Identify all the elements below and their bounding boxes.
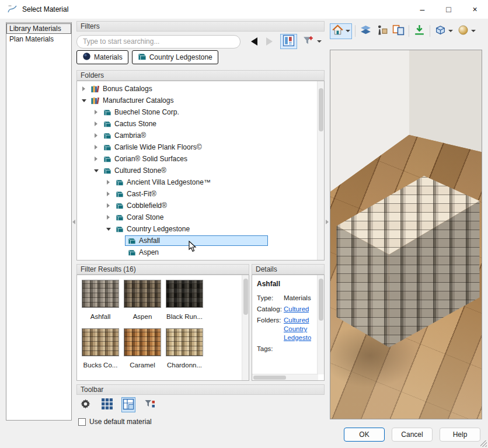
- filter-results-header: Filter Results (16): [76, 264, 249, 275]
- tree-scrollbar[interactable]: [317, 81, 324, 260]
- tree-row[interactable]: Cultured Stone®: [77, 165, 324, 176]
- help-button[interactable]: Help: [440, 428, 480, 442]
- sidebar-item-plan-materials[interactable]: Plan Materials: [6, 34, 71, 44]
- tree-row[interactable]: Aspen: [77, 246, 324, 258]
- tree-expand-icon[interactable]: [104, 215, 113, 220]
- tree-row[interactable]: Cambria®: [77, 130, 324, 141]
- tree-expand-icon[interactable]: [79, 99, 88, 102]
- tree-row[interactable]: Carlisle Wide Plank Floors©: [77, 141, 324, 153]
- details-link[interactable]: Country: [284, 325, 311, 332]
- add-filter-button[interactable]: [301, 34, 323, 49]
- tree-expand-icon[interactable]: [92, 110, 100, 114]
- result-item[interactable]: Black Run...: [166, 280, 203, 320]
- tree-scrollbar-thumb[interactable]: [319, 88, 323, 131]
- forward-arrow-button[interactable]: [262, 34, 277, 48]
- results-scrollbar-thumb[interactable]: [243, 279, 248, 315]
- details-link[interactable]: Cultured: [284, 305, 309, 312]
- details-link[interactable]: Cultured: [284, 317, 311, 324]
- saved-cameras-icon: [332, 24, 344, 38]
- view-windows-icon: [392, 24, 405, 38]
- use-default-material-checkbox[interactable]: [78, 418, 86, 426]
- right-splitter-handle[interactable]: [325, 215, 329, 229]
- tree-row[interactable]: Ashfall: [77, 235, 324, 246]
- ok-button[interactable]: OK: [344, 428, 385, 442]
- filter-chip-materials[interactable]: Materials: [76, 50, 128, 64]
- filter-chip-label: Materials: [94, 53, 123, 61]
- tree-row[interactable]: Country Ledgestone: [77, 223, 324, 235]
- result-item[interactable]: Chardonn...: [166, 328, 203, 369]
- back-arrow-icon: [251, 37, 257, 46]
- material-thumbnail[interactable]: [166, 280, 203, 308]
- window-title: Select Material: [22, 5, 68, 13]
- tree-expand-icon[interactable]: [92, 121, 100, 126]
- back-arrow-button[interactable]: [246, 34, 262, 48]
- details-horizontal-scrollbar-thumb[interactable]: [253, 376, 286, 380]
- tree-row[interactable]: Cactus Stone: [77, 118, 324, 130]
- maximize-button[interactable]: □: [435, 0, 462, 19]
- tree-expand-icon[interactable]: [79, 86, 88, 91]
- tree-row[interactable]: Coral Stone: [77, 211, 324, 223]
- material-3d-preview[interactable]: [330, 50, 482, 419]
- material-thumbnail-label: Bucks Co...: [80, 362, 121, 369]
- left-splitter-handle[interactable]: [72, 215, 76, 229]
- cancel-button[interactable]: Cancel: [392, 428, 433, 442]
- chevron-down-icon: [448, 30, 453, 32]
- minimize-button[interactable]: –: [409, 0, 435, 19]
- material-thumbnail[interactable]: [124, 328, 161, 356]
- catalog-book-icon: [103, 144, 111, 151]
- result-item[interactable]: Caramel: [124, 328, 161, 369]
- sort-filter-icon: [144, 398, 156, 412]
- tree-row[interactable]: Corian® Solid Surfaces: [77, 153, 324, 165]
- tree-row[interactable]: Manufacturer Catalogs: [77, 95, 324, 106]
- saved-cameras-button[interactable]: [330, 23, 352, 39]
- tree-expand-icon[interactable]: [104, 180, 113, 185]
- walkthrough-button[interactable]: [375, 23, 389, 39]
- rendering-technique-button[interactable]: [456, 23, 477, 39]
- framing-box-button[interactable]: [433, 23, 454, 39]
- result-item[interactable]: Ashfall: [82, 280, 119, 320]
- tree-expand-icon[interactable]: [92, 169, 100, 172]
- tree-row-label: Cobblefield®: [127, 202, 167, 210]
- tree-row[interactable]: Cast-Fit®: [77, 188, 324, 200]
- layer-sets-button[interactable]: [358, 23, 373, 39]
- material-thumbnail[interactable]: [124, 280, 161, 308]
- details-horizontal-scrollbar[interactable]: [252, 374, 318, 380]
- catalog-book-icon: [116, 202, 124, 210]
- settings-button[interactable]: [78, 397, 92, 412]
- details-scrollbar-thumb[interactable]: [319, 279, 323, 321]
- tree-expand-icon[interactable]: [104, 203, 113, 208]
- catalog-book-icon: [128, 237, 136, 245]
- resize-grip[interactable]: [480, 440, 487, 447]
- result-item[interactable]: Aspen: [124, 280, 161, 320]
- search-input[interactable]: [76, 35, 240, 48]
- tree-row[interactable]: Cobblefield®: [77, 200, 324, 211]
- tree-expand-icon[interactable]: [104, 192, 113, 196]
- tree-expand-icon[interactable]: [92, 133, 100, 138]
- tree-row-label: Ancient Villa Ledgestone™: [127, 178, 211, 186]
- folder-tree-panel: Bonus Catalogs Manufacturer Catalogs Bue…: [76, 81, 325, 261]
- details-scrollbar[interactable]: [317, 275, 324, 374]
- filter-chip-country-ledgestone[interactable]: Country Ledgestone: [132, 50, 218, 64]
- tree-expand-icon[interactable]: [92, 145, 100, 150]
- export-button[interactable]: [412, 23, 427, 39]
- material-thumbnail[interactable]: [82, 280, 119, 308]
- view-windows-button[interactable]: [391, 23, 406, 39]
- result-item[interactable]: Bucks Co...: [82, 328, 119, 369]
- material-thumbnail[interactable]: [82, 328, 119, 356]
- material-thumbnail[interactable]: [166, 328, 203, 356]
- library-browser-button[interactable]: [280, 34, 297, 49]
- results-scrollbar[interactable]: [242, 275, 249, 380]
- tree-row[interactable]: Buechel Stone Corp.: [77, 106, 324, 118]
- filter-results-view-button[interactable]: [121, 397, 135, 412]
- sort-filter-button[interactable]: [143, 397, 157, 412]
- tree-expand-icon[interactable]: [104, 228, 113, 231]
- thumbnail-view-button[interactable]: [100, 397, 114, 412]
- close-button[interactable]: ×: [462, 0, 488, 19]
- catalog-book-icon: [103, 109, 111, 116]
- details-link[interactable]: Ledgesto: [284, 334, 311, 341]
- tree-row[interactable]: Bonus Catalogs: [77, 83, 324, 95]
- sidebar-item-library-materials[interactable]: Library Materials: [6, 23, 71, 34]
- tree-row[interactable]: Ancient Villa Ledgestone™: [77, 176, 324, 188]
- settings-gear-icon: [80, 398, 91, 411]
- tree-expand-icon[interactable]: [92, 157, 100, 161]
